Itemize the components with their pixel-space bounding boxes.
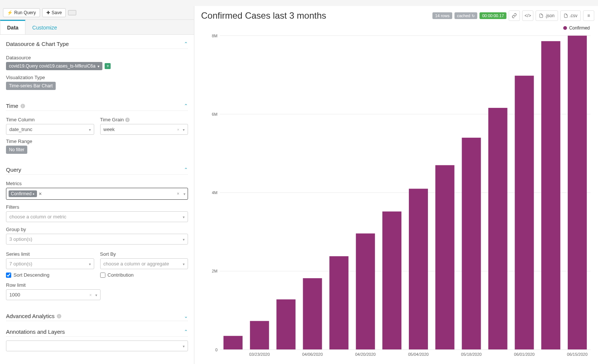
- run-query-button[interactable]: ⚡ Run Query: [3, 8, 40, 17]
- add-datasource-button[interactable]: +: [105, 63, 111, 69]
- svg-rect-10: [224, 336, 243, 350]
- metric-chip-confirmed[interactable]: Confirmed ▸: [9, 190, 37, 197]
- section-time[interactable]: Time i ⌃: [6, 99, 188, 111]
- chevron-down-icon: ⌃: [184, 313, 188, 319]
- chevron-up-icon: ⌃: [184, 167, 188, 172]
- rowlimit-value: 1000: [9, 292, 20, 298]
- svg-rect-16: [382, 211, 401, 349]
- filters-select[interactable]: choose a column or metric: [6, 211, 188, 222]
- bolt-icon: ⚡: [7, 10, 13, 15]
- tab-data[interactable]: Data: [0, 20, 25, 34]
- svg-rect-12: [277, 299, 296, 350]
- chart-title: Confirmed Cases last 3 months: [201, 10, 326, 21]
- time-badge: 00:00:00.17: [480, 12, 506, 19]
- svg-rect-18: [435, 165, 454, 349]
- svg-text:4M: 4M: [212, 190, 218, 195]
- label-time-range: Time Range: [6, 139, 188, 144]
- time-grain-select[interactable]: week ×: [100, 124, 188, 135]
- label-viztype: Visualization Type: [6, 75, 188, 80]
- label-rowlimit: Row limit: [6, 282, 188, 288]
- chevron-up-icon: ⌃: [184, 41, 188, 47]
- remove-metric-button[interactable]: ✕: [38, 192, 42, 196]
- sort-descending-checkbox[interactable]: [6, 273, 11, 278]
- label-metrics: Metrics: [6, 181, 188, 186]
- rowlimit-select[interactable]: 1000 ×: [6, 289, 101, 300]
- bar-chart: 02M4M6M8M03/23/202004/06/202004/20/20200…: [201, 24, 594, 361]
- viztype-select[interactable]: Time-series Bar Chart: [6, 82, 56, 90]
- label-time-column: Time Column: [6, 117, 94, 122]
- label-time-grain: Time Grain i: [100, 117, 188, 122]
- chevron-down-icon: ▾: [98, 64, 99, 68]
- time-column-value: date_trunc: [9, 127, 32, 132]
- link-icon: [512, 13, 517, 18]
- contribution-checkbox[interactable]: [100, 273, 105, 278]
- hamburger-icon: ≡: [587, 13, 590, 18]
- svg-rect-19: [462, 138, 481, 350]
- section-annotations-title: Annotations and Layers: [6, 329, 65, 335]
- legend-dot-icon: [563, 26, 567, 30]
- legend: Confirmed: [563, 25, 590, 31]
- svg-rect-13: [303, 278, 322, 349]
- label-datasource: Datasource: [6, 55, 188, 60]
- svg-rect-22: [541, 41, 560, 349]
- time-range-select[interactable]: No filter: [6, 146, 27, 154]
- section-datasource-chart[interactable]: Datasource & Chart Type ⌃: [6, 37, 188, 49]
- refresh-icon: [472, 13, 475, 18]
- svg-text:04/20/2020: 04/20/2020: [355, 352, 376, 357]
- legend-label: Confirmed: [569, 25, 590, 31]
- clear-icon[interactable]: ×: [177, 127, 179, 132]
- groupby-select[interactable]: 3 option(s): [6, 234, 188, 245]
- svg-rect-20: [488, 108, 507, 350]
- datasource-value: covid19.Query covid19.cases_ts-MfkruiC6a: [9, 63, 95, 69]
- label-groupby: Group by: [6, 227, 188, 232]
- tab-customize[interactable]: Customize: [25, 20, 64, 34]
- svg-text:06/15/2020: 06/15/2020: [567, 352, 588, 357]
- add-annotation-button[interactable]: x: [6, 340, 188, 351]
- keyboard-icon[interactable]: [68, 10, 76, 15]
- run-query-label: Run Query: [14, 10, 36, 15]
- section-advanced[interactable]: Advanced Analytics i ⌃: [6, 309, 188, 321]
- label-sortby: Sort By: [100, 251, 188, 257]
- section-time-title: Time: [6, 103, 18, 109]
- save-plus-icon: ✚: [46, 10, 50, 15]
- svg-rect-23: [568, 36, 587, 350]
- time-column-select[interactable]: date_trunc: [6, 124, 94, 135]
- clear-icon[interactable]: ×: [89, 293, 92, 297]
- svg-text:05/18/2020: 05/18/2020: [461, 352, 482, 357]
- cached-badge[interactable]: cached: [454, 12, 477, 19]
- save-label: Save: [52, 10, 62, 15]
- svg-rect-14: [329, 256, 348, 349]
- chevron-down-icon: ▾: [184, 192, 185, 196]
- info-icon: i: [57, 314, 61, 318]
- menu-button[interactable]: ≡: [583, 10, 594, 21]
- serieslimit-select[interactable]: 7 option(s): [6, 258, 94, 269]
- section-annotations[interactable]: Annotations and Layers ⌃: [6, 325, 188, 337]
- time-range-value: No filter: [9, 147, 24, 152]
- svg-text:03/23/2020: 03/23/2020: [249, 352, 270, 357]
- label-filters: Filters: [6, 204, 188, 210]
- csv-button[interactable]: .csv: [560, 10, 581, 21]
- section-query[interactable]: Query ⌃: [6, 163, 188, 175]
- save-button[interactable]: ✚ Save: [42, 8, 66, 17]
- label-sortdesc: Sort Descending: [13, 272, 49, 278]
- svg-rect-17: [409, 189, 428, 349]
- embed-button[interactable]: </>: [522, 10, 533, 21]
- datasource-select[interactable]: covid19.Query covid19.cases_ts-MfkruiC6a…: [6, 62, 102, 70]
- file-icon: [564, 13, 568, 18]
- svg-rect-21: [515, 76, 534, 350]
- svg-rect-11: [250, 321, 269, 350]
- label-serieslimit: Series limit: [6, 251, 94, 257]
- chevron-up-icon: ⌃: [184, 103, 188, 109]
- svg-text:0: 0: [215, 348, 218, 352]
- info-icon: i: [21, 104, 25, 108]
- svg-text:8M: 8M: [212, 34, 218, 38]
- json-button[interactable]: .json: [536, 10, 558, 21]
- label-contribution: Contribution: [108, 272, 134, 278]
- sortby-select[interactable]: choose a column or aggregate: [100, 258, 188, 269]
- link-button[interactable]: [509, 10, 520, 21]
- metrics-select[interactable]: Confirmed ▸ ✕ × ▾: [6, 188, 188, 200]
- chevron-right-icon: ▸: [33, 192, 35, 196]
- file-icon: [539, 13, 543, 18]
- clear-icon[interactable]: ×: [177, 191, 179, 196]
- section-query-title: Query: [6, 167, 21, 173]
